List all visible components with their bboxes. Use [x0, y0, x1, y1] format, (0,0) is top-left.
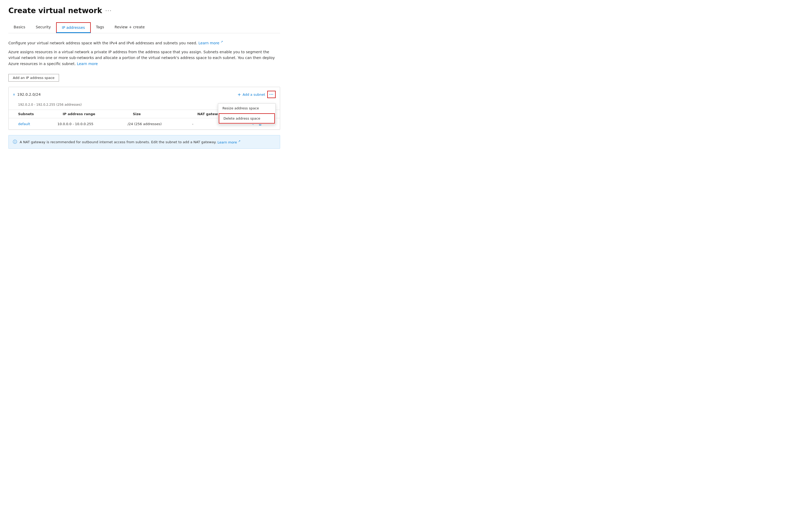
- ellipsis-container: ··· Resize address space Delete address …: [267, 91, 276, 98]
- ip-range-cell: 10.0.0.0 - 10.0.0.255: [53, 118, 123, 130]
- subnet-name-cell: default: [9, 118, 53, 130]
- add-ip-address-space-button[interactable]: Add an IP address space: [8, 74, 59, 82]
- col-ip-range: IP address range: [53, 110, 123, 118]
- address-space-header: ∧ 192.0.2.0/24 + Add a subnet ··· Resize…: [9, 87, 280, 102]
- external-link-icon-3: ↗: [238, 139, 240, 143]
- external-link-icon-1: ↗: [221, 40, 223, 44]
- plus-icon: +: [238, 92, 241, 97]
- address-space-cidr: 192.0.2.0/24: [17, 92, 238, 96]
- address-space-ellipsis-button[interactable]: ···: [267, 91, 276, 98]
- description-2: Azure assigns resources in a virtual net…: [8, 49, 280, 67]
- learn-more-link-3[interactable]: Learn more ↗: [218, 140, 240, 144]
- add-subnet-button[interactable]: + Add a subnet: [238, 92, 265, 97]
- learn-more-link-1[interactable]: Learn more ↗: [199, 41, 223, 45]
- subnet-default-link[interactable]: default: [18, 122, 30, 126]
- tab-tags[interactable]: Tags: [91, 22, 109, 33]
- info-bar-text: A NAT gateway is recommended for outboun…: [20, 139, 240, 145]
- info-bar: ⓘ A NAT gateway is recommended for outbo…: [8, 135, 280, 149]
- tab-ip-addresses[interactable]: IP addresses: [56, 22, 91, 33]
- resize-address-space-item[interactable]: Resize address space: [218, 104, 276, 113]
- tab-bar: Basics Security IP addresses Tags Review…: [8, 22, 280, 33]
- page-title-ellipsis-button[interactable]: ···: [105, 8, 112, 14]
- page-title-row: Create virtual network ···: [8, 6, 280, 15]
- tab-basics[interactable]: Basics: [8, 22, 30, 33]
- info-icon: ⓘ: [13, 139, 17, 145]
- page-title: Create virtual network: [8, 6, 102, 15]
- tab-security[interactable]: Security: [30, 22, 56, 33]
- dropdown-menu: Resize address space Delete address spac…: [218, 103, 276, 124]
- collapse-icon[interactable]: ∧: [13, 93, 15, 96]
- address-space-container: ∧ 192.0.2.0/24 + Add a subnet ··· Resize…: [8, 87, 280, 130]
- description-1: Configure your virtual network address s…: [8, 39, 280, 46]
- size-cell: /24 (256 addresses): [123, 118, 188, 130]
- col-subnets: Subnets: [9, 110, 53, 118]
- col-size: Size: [123, 110, 188, 118]
- tab-review-create[interactable]: Review + create: [109, 22, 150, 33]
- delete-address-space-item[interactable]: Delete address space: [219, 113, 275, 123]
- learn-more-link-2[interactable]: Learn more: [77, 62, 98, 66]
